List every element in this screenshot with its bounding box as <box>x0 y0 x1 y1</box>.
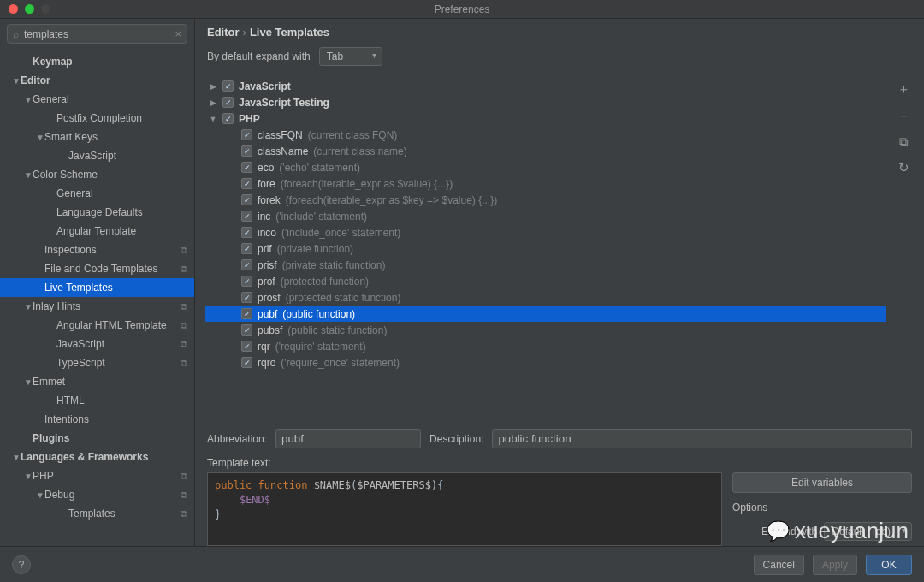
sidebar-item[interactable]: Intentions <box>0 410 194 429</box>
cancel-button[interactable]: Cancel <box>754 555 804 575</box>
template-checkbox[interactable]: ✓ <box>241 292 252 303</box>
sidebar-item[interactable]: Keymap <box>0 52 194 71</box>
template-item[interactable]: ✓ prif (private function) <box>205 241 886 257</box>
template-checkbox[interactable]: ✓ <box>241 194 252 205</box>
abbreviation-label: Abbreviation: <box>207 433 267 445</box>
template-checkbox[interactable]: ✓ <box>241 357 252 368</box>
sidebar-item-label: Language Defaults <box>56 206 143 218</box>
sidebar-item-label: Inspections <box>44 244 97 256</box>
sidebar-item-label: Inlay Hints <box>33 300 80 312</box>
template-item[interactable]: ✓ fore (foreach(iterable_expr as $value)… <box>205 175 886 192</box>
settings-tree[interactable]: Keymap▼Editor▼GeneralPostfix Completion▼… <box>0 49 194 582</box>
sidebar-item-label: Debug <box>44 489 74 501</box>
expand-with-item-select[interactable]: Default (Tab) <box>824 522 912 541</box>
template-item[interactable]: ✓ pubf (public function) <box>205 306 886 322</box>
template-checkbox[interactable]: ✓ <box>241 259 252 270</box>
template-item[interactable]: ✓ prof (protected function) <box>205 273 886 289</box>
template-item[interactable]: ✓ rqro ('require_once' statement) <box>205 354 886 371</box>
template-abbr: inc <box>258 211 270 223</box>
abbreviation-input[interactable] <box>275 429 421 448</box>
sidebar-item[interactable]: Language Defaults <box>0 203 194 222</box>
sidebar-item[interactable]: ▼Editor <box>0 71 194 90</box>
sidebar-item[interactable]: Live Templates <box>0 278 194 297</box>
sidebar-item[interactable]: ▼Smart Keys <box>0 128 194 146</box>
breadcrumb: Editor›Live Templates <box>195 19 924 44</box>
sidebar-item[interactable]: Angular HTML Template⧉ <box>0 316 194 335</box>
template-checkbox[interactable]: ✓ <box>241 162 252 173</box>
sidebar-item[interactable]: HTML <box>0 391 194 410</box>
template-checkbox[interactable]: ✓ <box>241 324 252 336</box>
chevron-icon: ▼ <box>24 95 33 104</box>
template-item[interactable]: ✓ inco ('include_once' statement) <box>205 224 886 241</box>
sidebar-item[interactable]: Inspections⧉ <box>0 241 194 259</box>
template-list[interactable]: ▶ ✓ JavaScript▶ ✓ JavaScript Testing▼ ✓ … <box>205 78 886 419</box>
sidebar-item[interactable]: ▼General <box>0 90 194 109</box>
ok-button[interactable]: OK <box>866 555 912 575</box>
sidebar-item[interactable]: ▼Emmet <box>0 372 194 391</box>
template-group[interactable]: ▶ ✓ JavaScript <box>205 78 886 94</box>
sidebar-item[interactable]: ▼Languages & Frameworks <box>0 448 194 466</box>
sidebar-item-label: Keymap <box>33 56 73 68</box>
expand-with-label: Expand with <box>761 526 817 537</box>
sidebar-item[interactable]: ▼PHP⧉ <box>0 466 194 485</box>
sidebar-item[interactable]: Plugins <box>0 429 194 448</box>
sidebar-item-label: General <box>33 93 69 105</box>
sidebar-item-label: JavaScript <box>56 338 104 350</box>
sidebar-item[interactable]: ▼Debug⧉ <box>0 485 194 504</box>
search-input[interactable] <box>24 28 175 40</box>
template-checkbox[interactable]: ✓ <box>241 146 252 157</box>
template-group[interactable]: ▶ ✓ JavaScript Testing <box>205 94 886 110</box>
edit-variables-button[interactable]: Edit variables <box>732 472 912 493</box>
description-input[interactable] <box>492 429 912 448</box>
sidebar-item[interactable]: Angular Template <box>0 222 194 241</box>
revert-icon[interactable]: ↻ <box>898 160 909 175</box>
template-checkbox[interactable]: ✓ <box>241 211 252 222</box>
template-checkbox[interactable]: ✓ <box>241 243 252 254</box>
group-checkbox[interactable]: ✓ <box>222 80 234 92</box>
template-text-editor[interactable]: public function $NAME$($PARAMETERS$){ $E… <box>207 472 722 546</box>
chevron-icon: ▶ <box>209 98 217 107</box>
template-abbr: classFQN <box>258 129 303 141</box>
search-input-wrap[interactable]: ⌕ × <box>7 24 187 44</box>
template-item[interactable]: ✓ forek (foreach(iterable_expr as $key =… <box>205 192 886 208</box>
sidebar-item[interactable]: ▼Color Scheme <box>0 165 194 184</box>
apply-button[interactable]: Apply <box>813 555 857 575</box>
template-checkbox[interactable]: ✓ <box>241 227 252 238</box>
template-item[interactable]: ✓ rqr ('require' statement) <box>205 338 886 354</box>
group-checkbox[interactable]: ✓ <box>222 113 234 124</box>
sidebar-item[interactable]: General <box>0 184 194 203</box>
chevron-icon: ▼ <box>24 302 33 312</box>
template-group[interactable]: ▼ ✓ PHP <box>205 110 886 127</box>
template-item[interactable]: ✓ classFQN (current class FQN) <box>205 127 886 143</box>
sidebar-item[interactable]: ▼Inlay Hints⧉ <box>0 297 194 316</box>
template-item[interactable]: ✓ prisf (private static function) <box>205 257 886 273</box>
clear-search-icon[interactable]: × <box>175 27 181 40</box>
search-icon: ⌕ <box>13 28 19 40</box>
help-button[interactable]: ? <box>12 555 31 574</box>
template-item[interactable]: ✓ eco ('echo' statement) <box>205 159 886 175</box>
chevron-icon: ▼ <box>36 490 44 500</box>
template-checkbox[interactable]: ✓ <box>241 341 252 352</box>
template-item[interactable]: ✓ inc ('include' statement) <box>205 208 886 224</box>
profile-scope-icon: ⧉ <box>181 301 187 312</box>
template-item[interactable]: ✓ prosf (protected static function) <box>205 289 886 306</box>
expand-with-select[interactable]: Tab <box>319 47 382 66</box>
template-item[interactable]: ✓ pubsf (public static function) <box>205 322 886 338</box>
template-item[interactable]: ✓ className (current class name) <box>205 143 886 159</box>
template-checkbox[interactable]: ✓ <box>241 178 252 189</box>
chevron-icon: ▼ <box>36 133 44 142</box>
remove-icon[interactable]: － <box>897 108 910 124</box>
sidebar-item[interactable]: File and Code Templates⧉ <box>0 259 194 278</box>
template-checkbox[interactable]: ✓ <box>241 129 252 140</box>
sidebar-item[interactable]: JavaScript⧉ <box>0 335 194 353</box>
template-checkbox[interactable]: ✓ <box>241 308 252 319</box>
group-checkbox[interactable]: ✓ <box>222 97 234 108</box>
sidebar-item[interactable]: JavaScript <box>0 146 194 165</box>
template-hint: ('include_once' statement) <box>281 227 400 239</box>
sidebar-item[interactable]: Postfix Completion <box>0 109 194 128</box>
copy-icon[interactable]: ⧉ <box>899 134 909 150</box>
sidebar-item[interactable]: Templates⧉ <box>0 504 194 523</box>
add-icon[interactable]: ＋ <box>897 81 910 98</box>
sidebar-item[interactable]: TypeScript⧉ <box>0 353 194 372</box>
template-checkbox[interactable]: ✓ <box>241 276 252 287</box>
